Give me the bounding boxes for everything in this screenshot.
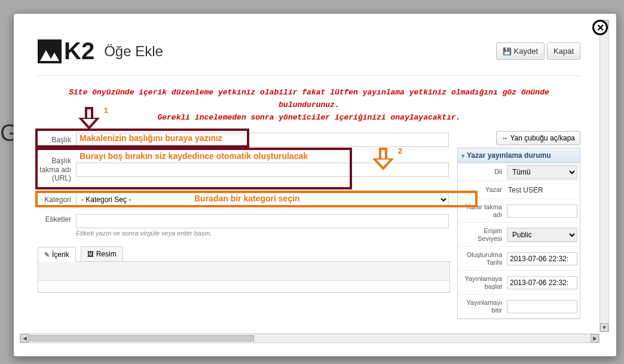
vertical-scrollbar[interactable]: ▲ ▼ — [599, 20, 609, 332]
created-input[interactable] — [507, 252, 577, 265]
modal-content: K2 Öğe Ekle Kaydet Kapat Site önyüzünde … — [20, 20, 598, 332]
modal-dialog: ✕ K2 Öğe Ekle Kaydet Kapat Site önyüzünd… — [13, 13, 617, 357]
tab-content[interactable]: İçerik — [38, 247, 76, 262]
save-button[interactable]: Kaydet — [496, 42, 545, 60]
tags-hint: Etiketi yazın ve sonra virgüle veya ente… — [76, 230, 449, 237]
k2-logo: K2 — [38, 38, 94, 65]
title-label: Başlık — [38, 133, 75, 146]
page-title: Öğe Ekle — [104, 43, 163, 60]
horizontal-scrollbar[interactable]: ◀ ▶ — [20, 334, 599, 343]
lang-label: Dil — [458, 163, 504, 181]
access-label: Erişim Seviyesi — [458, 223, 504, 246]
editor-toolbar[interactable] — [38, 262, 449, 281]
scroll-right-icon[interactable]: ▶ — [591, 334, 599, 342]
author-label: Yazar — [458, 181, 504, 198]
sidebar-toggle-button[interactable]: Yan çubuğu aç/kapa — [496, 131, 580, 145]
author-alias-input[interactable] — [507, 204, 577, 218]
created-label: Oluşturulma Tarihi — [458, 247, 504, 270]
close-icon[interactable]: ✕ — [592, 20, 608, 35]
scroll-down-icon[interactable]: ▼ — [600, 323, 608, 332]
editor-area[interactable] — [38, 262, 450, 293]
author-value: Test USER — [507, 186, 543, 194]
author-alias-label: Yazar takma adı — [458, 199, 504, 222]
alias-label: Başlık takma adı (URL) — [38, 154, 75, 185]
tab-image[interactable]: Resim — [81, 246, 123, 261]
callout-arrow-1: 1 — [78, 107, 100, 132]
tags-input[interactable] — [76, 214, 449, 228]
callout-arrow-2: 2 — [372, 148, 394, 173]
pencil-icon — [44, 250, 50, 259]
access-select[interactable]: Public — [507, 228, 577, 242]
category-select[interactable]: - Kategori Seç - — [76, 192, 449, 207]
scroll-thumb[interactable] — [23, 335, 254, 341]
permission-notice: Site önyüzünde içerik düzenleme yetkiniz… — [45, 87, 573, 124]
sidebar-header[interactable]: Yazar yayınlama durumu — [458, 148, 580, 163]
lang-select[interactable]: Tümü — [507, 165, 577, 179]
pubend-input[interactable] — [507, 300, 577, 313]
title-input[interactable] — [76, 133, 449, 147]
category-label: Kategori — [38, 193, 75, 206]
tags-label: Etiketler — [38, 213, 75, 226]
pubstart-input[interactable] — [507, 276, 577, 289]
image-icon — [87, 250, 94, 258]
pubend-label: Yayınlamayı bitir — [458, 295, 504, 318]
disk-icon — [503, 47, 512, 56]
sidebar-panel: Yazar yayınlama durumu Dil Tümü Yazar Te… — [457, 148, 580, 319]
scroll-left-icon[interactable]: ◀ — [20, 334, 29, 342]
pubstart-label: Yayınlamaya başlat — [458, 271, 504, 294]
divider — [38, 75, 580, 76]
close-button[interactable]: Kapat — [547, 42, 580, 60]
